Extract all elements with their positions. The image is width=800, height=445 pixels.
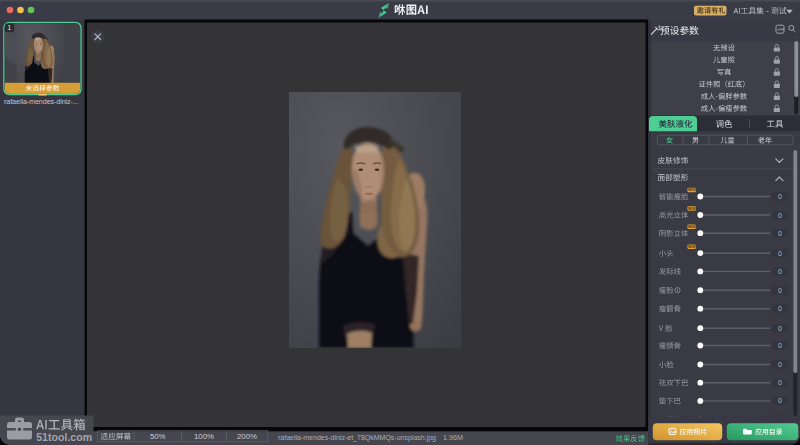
svg-text:0: 0 xyxy=(778,361,782,368)
svg-text:NEW: NEW xyxy=(688,245,697,249)
svg-text:NEW: NEW xyxy=(688,225,697,229)
svg-text:0: 0 xyxy=(778,305,782,312)
svg-text:200%: 200% xyxy=(237,432,257,441)
svg-text:50%: 50% xyxy=(150,432,166,441)
svg-text:0: 0 xyxy=(778,397,782,404)
svg-text:100%: 100% xyxy=(194,432,214,441)
svg-text:0: 0 xyxy=(778,379,782,386)
svg-text:rafaella-mendes-diniz-...: rafaella-mendes-diniz-... xyxy=(4,97,79,106)
svg-text:0: 0 xyxy=(778,250,782,257)
svg-text:0: 0 xyxy=(778,325,782,332)
svg-text:NEW: NEW xyxy=(688,188,697,192)
svg-text:1: 1 xyxy=(7,24,11,31)
svg-text:1.96M: 1.96M xyxy=(443,433,463,442)
svg-text:0: 0 xyxy=(778,212,782,219)
svg-text:0: 0 xyxy=(778,230,782,237)
svg-text:0: 0 xyxy=(778,342,782,349)
svg-text:0: 0 xyxy=(778,193,782,200)
svg-text:0: 0 xyxy=(778,287,782,294)
svg-text:NEW: NEW xyxy=(688,207,697,211)
svg-text:rafaella-mendes-diniz-et_78QkM: rafaella-mendes-diniz-et_78QkMMQs-unspla… xyxy=(278,434,436,442)
svg-text:51tool.com: 51tool.com xyxy=(36,431,92,443)
svg-text:0: 0 xyxy=(778,268,782,275)
